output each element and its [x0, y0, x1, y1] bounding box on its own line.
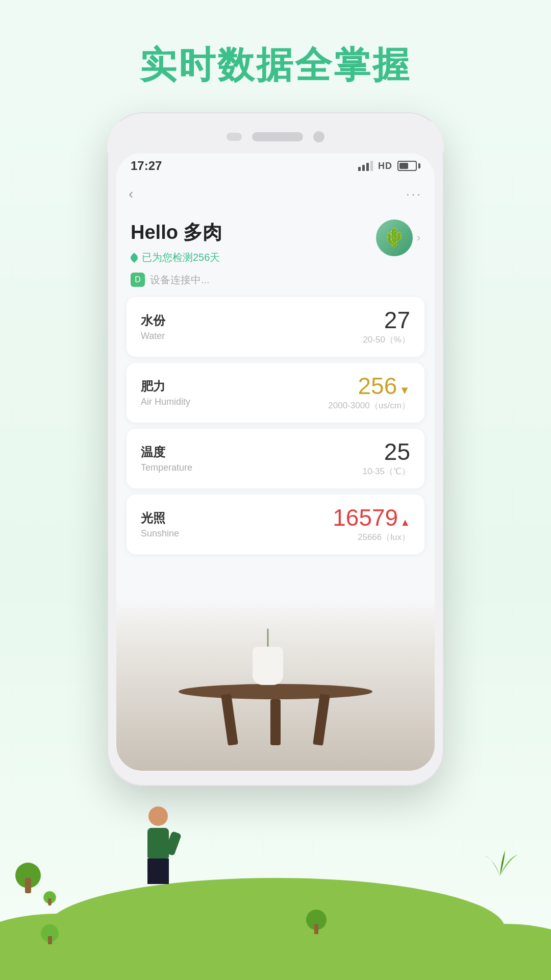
table-leg-right — [313, 694, 330, 746]
table-scene — [116, 597, 435, 771]
temp-label-cn: 温度 — [141, 444, 192, 460]
leaf-icon — [129, 253, 139, 263]
status-bar: 17:27 HD — [116, 153, 435, 179]
more-button[interactable]: ··· — [406, 187, 422, 201]
temp-range: 10-35（℃） — [363, 465, 410, 477]
profile-info: Hello 多肉 已为您检测256天 — [131, 219, 376, 264]
device-icon: D — [131, 273, 145, 287]
grass-right — [480, 840, 520, 883]
ground-scene — [0, 817, 551, 980]
table-top — [179, 684, 372, 699]
status-time: 17:27 — [131, 159, 162, 173]
character — [133, 806, 184, 898]
profile-section: Hello 多肉 已为您检测256天 🌵 › — [116, 209, 435, 273]
water-card: 水份 Water 27 20-50（%） — [127, 297, 424, 357]
avatar: 🌵 — [376, 219, 413, 256]
fertility-range: 2000-3000（us/cm） — [328, 400, 410, 411]
char-pants — [147, 859, 169, 884]
phone-top-bar — [107, 121, 444, 152]
sunshine-range: 25666（lux） — [358, 531, 410, 543]
fertility-arrow: ▼ — [399, 384, 410, 397]
sunshine-label-cn: 光照 — [141, 510, 179, 526]
fertility-label-en: Air Humidity — [141, 397, 190, 407]
table-leg-center — [270, 699, 281, 745]
sunshine-label-en: Sunshine — [141, 528, 179, 539]
ground-blob-main — [46, 878, 505, 980]
tree-2 — [43, 891, 56, 905]
water-label-cn: 水份 — [141, 312, 165, 329]
device-status-text: 设备连接中... — [150, 273, 210, 287]
page-container: 实时数据全掌握 17:27 — [0, 0, 551, 90]
temp-label-en: Temperature — [141, 462, 192, 473]
phone-speaker — [252, 132, 303, 141]
char-arm — [164, 831, 182, 856]
char-head — [148, 806, 168, 826]
page-title: 实时数据全掌握 — [0, 0, 551, 90]
phone-camera — [313, 131, 324, 142]
device-status: D 设备连接中... — [116, 273, 435, 297]
profile-name: Hello 多肉 — [131, 219, 376, 246]
fertility-label-cn: 肥力 — [141, 378, 190, 395]
char-body — [147, 828, 169, 859]
water-label-en: Water — [141, 331, 165, 341]
status-icons: HD — [358, 161, 420, 172]
grass-icon — [480, 840, 520, 881]
back-button[interactable]: ‹ — [129, 186, 133, 202]
signal-icon — [358, 161, 373, 171]
fertility-card: 肥力 Air Humidity 256 ▼ 2000-3000（us/cm） — [127, 363, 424, 423]
avatar-chevron-icon: › — [417, 231, 420, 244]
sunshine-value: 16579 — [333, 506, 398, 529]
avatar-plant-icon: 🌵 — [383, 227, 406, 249]
profile-days: 已为您检测256天 — [131, 251, 376, 264]
tree-1 — [15, 863, 41, 893]
temperature-card: 温度 Temperature 25 10-35（℃） — [127, 429, 424, 488]
temp-value: 25 — [384, 440, 410, 463]
phone-screen: 17:27 HD — [116, 153, 435, 771]
vase — [250, 634, 286, 685]
days-text: 已为您检测256天 — [142, 251, 220, 264]
phone-sensor — [227, 133, 242, 141]
fertility-value: 256 — [358, 374, 397, 398]
device-icon-letter: D — [135, 275, 141, 284]
scene-overlay — [116, 597, 435, 771]
sunshine-card: 光照 Sunshine 16579 ▲ 25666（lux） — [127, 495, 424, 554]
data-cards: 水份 Water 27 20-50（%） 肥力 Air Humidity — [116, 297, 435, 554]
mini-tree-center — [306, 910, 327, 934]
phone-mockup: 17:27 HD — [107, 112, 444, 786]
nav-bar: ‹ ··· — [116, 179, 435, 209]
sunshine-arrow: ▲ — [400, 517, 410, 528]
profile-avatar-wrapper[interactable]: 🌵 › — [376, 219, 420, 256]
hd-badge: HD — [378, 161, 392, 172]
water-range: 20-50（%） — [363, 334, 410, 346]
battery-icon — [397, 161, 420, 171]
phone-frame: 17:27 HD — [107, 112, 444, 786]
table-leg-left — [221, 694, 238, 746]
mini-tree-left — [41, 924, 59, 944]
water-value: 27 — [384, 308, 410, 332]
